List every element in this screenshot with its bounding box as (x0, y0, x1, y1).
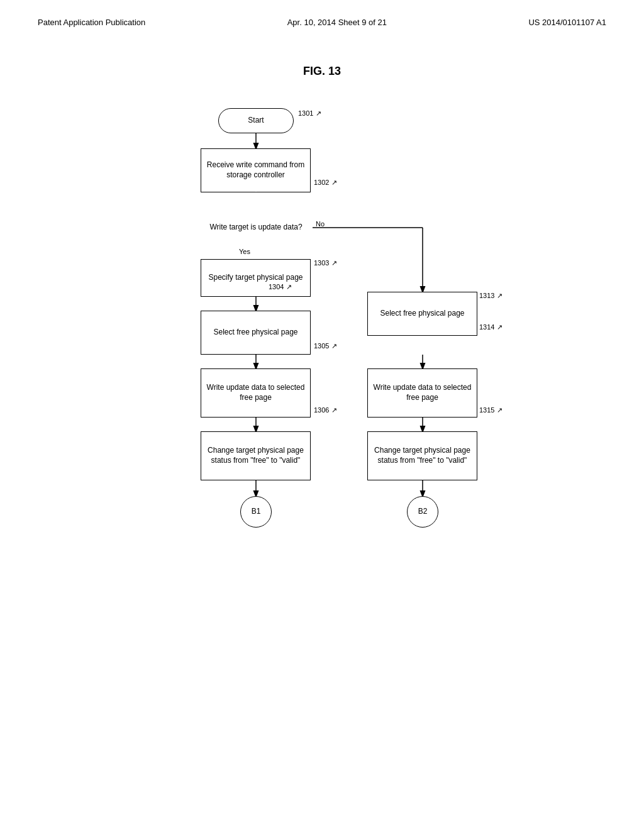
yes-label: Yes (239, 248, 250, 255)
tag-1303: 1304 ↗ (269, 283, 292, 291)
flow-arrows (102, 97, 542, 612)
b1-node: B1 (240, 496, 272, 528)
header-middle: Apr. 10, 2014 Sheet 9 of 21 (287, 18, 387, 27)
page-header: Patent Application Publication Apr. 10, … (0, 0, 644, 27)
specify-node: Specify target physical page (201, 259, 311, 297)
no-label: No (316, 220, 325, 228)
select-left-node: Select free physical page (201, 311, 311, 355)
write-left-node: Write update data to selected free page (201, 368, 311, 418)
header-left: Patent Application Publication (38, 18, 145, 27)
diagram-container: Start 1301 ↗ Receive write command from … (102, 97, 542, 612)
fig-title: FIG. 13 (0, 65, 644, 78)
select-right-node: Select free physical page (367, 292, 477, 336)
tag-1303b: 1303 ↗ (314, 259, 337, 267)
start-node: Start (218, 108, 294, 133)
write-right-node: Write update data to selected free page (367, 368, 477, 418)
header-right: US 2014/0101107 A1 (528, 18, 606, 27)
b2-node: B2 (407, 496, 438, 528)
decision-wrapper: Write target is update data? (199, 209, 313, 246)
tag-1302: 1302 ↗ (314, 179, 337, 187)
tag-1314: 1314 ↗ (479, 323, 502, 331)
tag-1313: 1313 ↗ (479, 292, 502, 300)
tag-1305: 1305 ↗ (314, 342, 337, 350)
change-right-node: Change target physical page status from … (367, 431, 477, 480)
tag-1315: 1315 ↗ (479, 406, 502, 414)
tag-1306: 1306 ↗ (314, 406, 337, 414)
receive-node: Receive write command from storage contr… (201, 148, 311, 192)
change-left-node: Change target physical page status from … (201, 431, 311, 480)
tag-1301: 1301 ↗ (298, 109, 321, 118)
